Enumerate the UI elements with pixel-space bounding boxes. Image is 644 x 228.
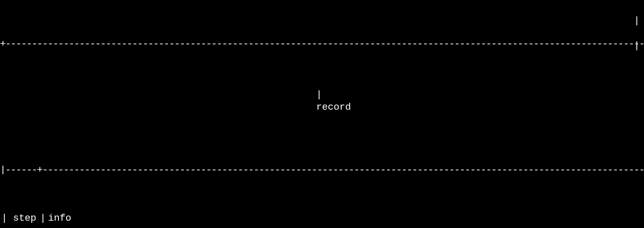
table-header-row: step | info — [0, 212, 644, 225]
table-title-row: record — [0, 86, 644, 126]
table-header-sep-top — [0, 164, 644, 174]
table-title: record — [316, 102, 351, 113]
col-divider: | — [38, 212, 48, 225]
table-top-border — [0, 38, 644, 48]
col-step-header: step — [0, 212, 38, 225]
right-border-segment: | — [634, 15, 640, 27]
terminal-output: record step | info 1 | node obproxy_diag… — [0, 0, 644, 228]
col-info-header: info — [48, 212, 644, 225]
right-border-segment: | — [634, 40, 640, 52]
